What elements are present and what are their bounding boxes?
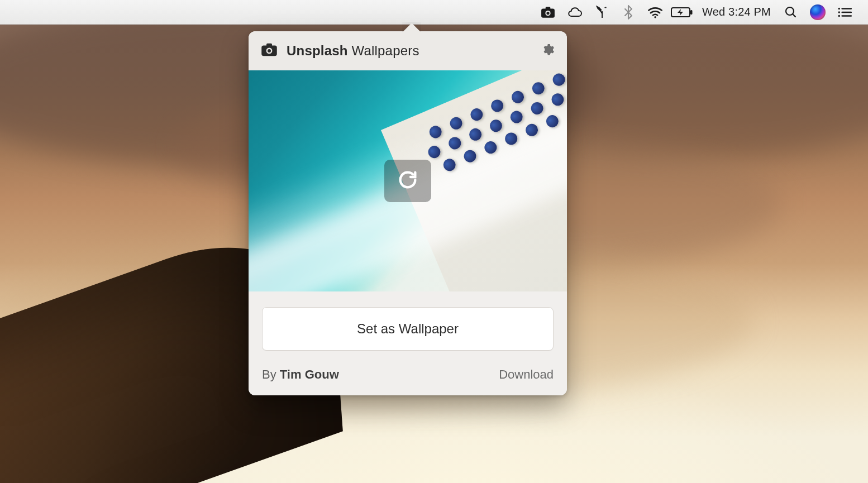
popover-title: Unsplash Wallpapers [287, 43, 419, 59]
battery-menubar-icon[interactable] [669, 0, 695, 25]
fork-menubar-icon[interactable] [588, 0, 615, 25]
svg-point-3 [546, 12, 549, 15]
clock-text: Wed 3:24 PM [702, 6, 771, 18]
wifi-menubar-icon[interactable] [642, 0, 669, 25]
settings-button[interactable] [541, 43, 555, 59]
siri-menubar-icon[interactable] [804, 0, 831, 25]
popover-footer: Set as Wallpaper By Tim Gouw Download [249, 291, 567, 395]
svg-point-4 [654, 16, 656, 18]
svg-rect-6 [690, 10, 693, 15]
unsplash-popover: Unsplash Wallpapers [249, 31, 567, 395]
set-as-wallpaper-label: Set as Wallpaper [357, 321, 459, 337]
author-credit: By Tim Gouw [262, 367, 339, 382]
refresh-button[interactable] [384, 160, 431, 202]
bluetooth-menubar-icon[interactable] [615, 0, 642, 25]
camera-icon [261, 42, 278, 59]
menubar-clock[interactable]: Wed 3:24 PM [695, 0, 778, 25]
svg-rect-15 [266, 44, 272, 47]
unsplash-menubar-icon[interactable] [535, 0, 561, 25]
svg-point-10 [838, 11, 840, 13]
svg-point-12 [838, 15, 840, 16]
download-link[interactable]: Download [499, 367, 554, 382]
download-label: Download [499, 367, 554, 381]
macos-menubar: Wed 3:24 PM [0, 0, 868, 25]
spotlight-menubar-icon[interactable] [778, 0, 804, 25]
popover-header: Unsplash Wallpapers [249, 31, 567, 70]
svg-rect-1 [546, 7, 551, 9]
svg-point-17 [268, 49, 271, 52]
set-as-wallpaper-button[interactable]: Set as Wallpaper [262, 307, 554, 351]
svg-point-8 [838, 7, 840, 9]
notification-center-menubar-icon[interactable] [831, 0, 858, 25]
cloud-menubar-icon[interactable] [561, 0, 588, 25]
wallpaper-preview [249, 70, 567, 291]
popover-arrow [402, 22, 421, 32]
refresh-icon [397, 169, 419, 193]
